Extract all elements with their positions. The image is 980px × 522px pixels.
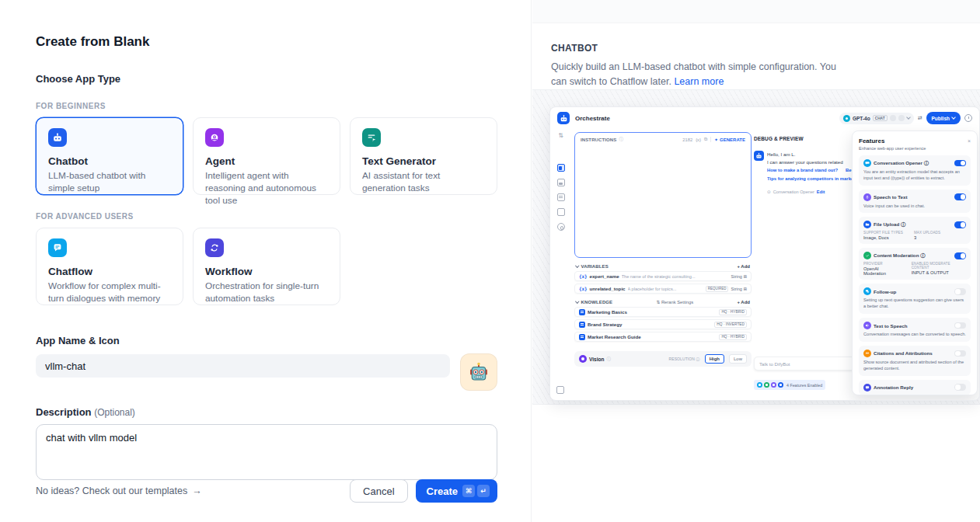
preview-app-title: Orchestrate [575,115,610,122]
generate-button: ✦ GENERATE [710,137,745,142]
card-name: Workflow [205,266,328,277]
resolution-high-option: High [705,354,724,364]
knowledge-row: Brand Strategy HQ · INVERTED [574,319,752,329]
create-button[interactable]: Create ⌘ ↵ [416,479,497,503]
for-advanced-users-label: FOR ADVANCED USERS [36,212,497,221]
close-icon: × [968,138,971,144]
create-app-modal: Create from Blank Choose App Type FOR BE… [0,0,980,522]
model-provider-icon [843,115,850,122]
info-heading: CHATBOT [551,43,961,54]
opener-icon: ⊙ [767,190,771,194]
speaker-icon [863,322,871,329]
card-desc: Orchestration for single-turn automation… [205,280,328,305]
retrieval-badge: HQ · HYBRID [719,309,747,315]
dataset-icon [579,309,585,315]
model-param-icon [890,115,896,121]
variables-section-header: VARIABLES + Add [576,264,750,269]
shield-check-icon [863,252,871,259]
app-type-info-panel: CHATBOT Quickly build an LLM-based chatb… [532,0,980,522]
instructions-panel: INSTRUCTIONS ⓘ 2182 {x} ⧉ ✦ GENERATE [574,132,752,258]
toggle-conversation-opener [954,160,966,167]
image-icon [557,179,565,186]
chevron-down-icon [575,264,579,268]
card-name: Chatflow [48,266,171,277]
templates-link[interactable]: No ideas? Check out our templates → [36,485,202,496]
feature-card-content-moderation: Content Moderation ⓘ PROVIDEROpenAI Mode… [859,248,971,280]
cmd-key-icon: ⌘ [462,485,475,497]
feature-card-citations: Citations and Attributions Show source d… [859,346,971,376]
variable-row: {x} unrelated_topic A placeholder for to… [574,284,752,294]
app-type-card-chatflow[interactable]: Chatflow Workflow for complex multi-turn… [36,228,183,305]
choose-app-type-heading: Choose App Type [36,73,497,85]
app-icon-picker[interactable] [460,353,497,391]
chat-bubble-icon [863,159,871,167]
toggle-text-to-speech [954,322,966,329]
feature-card-text-to-speech: Text to Speech Conversation messages can… [859,318,971,342]
cancel-button[interactable]: Cancel [350,479,407,503]
app-preview-screenshot: Orchestrate GPT-4o CHAT ⇄ Publish [549,106,980,401]
retrieval-badge: HQ · INVERTED [714,322,747,328]
card-desc: Workflow for complex multi-turn dialogue… [48,280,171,305]
edit-opener-button: Edit [817,190,825,194]
card-desc: LLM-based chatbot with simple setup [48,170,171,195]
speech-dot-icon [771,382,776,388]
app-name-input[interactable] [36,354,450,378]
feature-card-file-upload: File Upload ⓘ SUPPORT FILE TYPESImage, D… [859,217,971,244]
knowledge-section-header: KNOWLEDGE ⇅ Rerank Settings + Add [576,300,750,304]
toggle-speech-to-text [954,193,966,200]
variables-title: VARIABLES [581,264,609,269]
create-form-panel: Create from Blank Choose App Type FOR BE… [0,0,532,522]
card-name: Agent [205,155,328,167]
features-panel: Features × Enhance web-app user experien… [852,130,978,395]
features-title: Features [859,137,884,144]
model-name: GPT-4o [853,116,870,121]
variable-icon: {x} [579,274,587,279]
orchestrate-tab-icon [557,164,565,172]
vision-setting-row: Vision ⓘ RESOLUTION ⓘ High Low [574,351,752,367]
toggle-citations [954,350,966,357]
frame-icon [556,386,564,394]
variable-row: {x} expert_name The name of the strategi… [574,271,752,281]
knowledge-title: KNOWLEDGE [581,300,613,304]
required-badge: REQUIRED [706,286,729,292]
app-type-card-text-generator[interactable]: Text Generator AI assistant for text gen… [350,117,497,195]
preview-background: Orchestrate GPT-4o CHAT ⇄ Publish [532,89,980,405]
preview-orchestrate-column: INSTRUCTIONS ⓘ 2182 {x} ⧉ ✦ GENERATE [574,129,752,400]
app-type-card-agent[interactable]: Agent Intelligent agent with reasoning a… [193,117,340,195]
follow-up-icon [863,287,871,295]
debug-preview-title: DEBUG & PREVIEW [754,136,855,141]
debug-preview-column: DEBUG & PREVIEW Hello, I am L. I can ans… [754,129,855,400]
app-type-card-chatbot[interactable]: Chatbot LLM-based chatbot with simple se… [36,117,183,195]
feature-card-speech-to-text: Speech to Text Voice input can be used i… [859,190,971,214]
knowledge-row: Market Research Guide HQ · HYBRID [574,332,752,342]
card-desc: AI assistant for text generation tasks [362,170,485,195]
history-icon [964,114,972,122]
app-type-card-workflow[interactable]: Workflow Orchestration for single-turn a… [193,228,340,305]
chatflow-icon [48,238,67,257]
conversation-opener-row: ⊙ Conversation Opener Edit [767,190,854,194]
toggle-content-moderation [954,252,966,259]
chevron-down-icon [951,115,956,120]
feature-card-conversation-opener: Conversation Opener ⓘ You are an entity … [859,155,971,186]
learn-more-link[interactable]: Learn more [674,76,724,87]
dataset-icon [579,334,585,340]
feature-card-follow-up: Follow-up Setting up next questions sugg… [859,284,971,314]
publish-button: Publish [926,112,961,124]
advanced-app-type-cards: Chatflow Workflow for complex multi-turn… [36,228,497,305]
agent-icon [205,128,224,147]
knowledge-row: Marketing Basics HQ · HYBRID [574,307,752,317]
description-textarea[interactable]: chat with vllm model [36,424,497,480]
preview-sidebar: ⇅ [550,129,571,400]
model-settings-icon [898,115,905,121]
quote-icon [863,350,871,357]
chevron-down-icon [906,115,911,120]
card-name: Chatbot [48,155,171,167]
suggested-question: How to make a brand stand out? Bes [767,166,854,175]
suggested-question: Tips for analyzing competitors in marke [767,175,854,183]
features-enabled-label: 4 Features Enabled [786,383,822,388]
vision-label: Vision [589,357,604,362]
conversation-opener-dot-icon [757,382,762,388]
features-enabled-bar: 4 Features Enabled [754,380,825,390]
resolution-low-option: Low [729,354,747,364]
optional-hint: (Optional) [94,407,135,418]
